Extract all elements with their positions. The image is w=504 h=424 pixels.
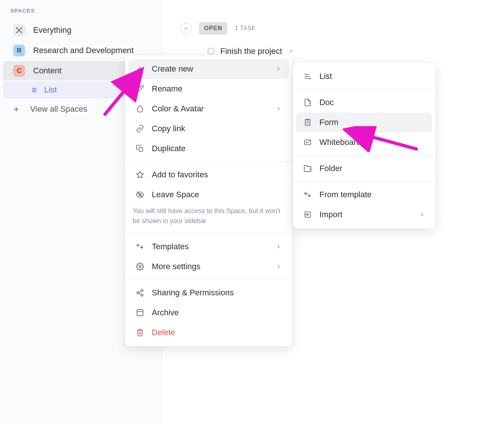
import-icon (303, 210, 312, 219)
chevron-right-icon (276, 264, 281, 270)
chevron-right-icon (276, 244, 281, 250)
menu-label: Whiteboard (319, 138, 425, 147)
svg-line-7 (17, 30, 19, 32)
copy-icon (136, 144, 144, 153)
menu-item-rename[interactable]: Rename (128, 79, 289, 99)
menu-item-create-new[interactable]: Create new (128, 59, 289, 79)
chevron-right-icon (276, 106, 281, 112)
menu-item-more-settings[interactable]: More settings (128, 257, 289, 277)
svg-line-6 (19, 28, 21, 30)
menu-divider (293, 181, 435, 182)
svg-rect-16 (139, 147, 143, 151)
menu-label: Delete (152, 328, 281, 337)
svg-rect-26 (137, 310, 143, 316)
sidebar-item-label: Everything (33, 25, 71, 35)
droplet-icon (136, 104, 144, 113)
menu-label: Templates (152, 242, 268, 251)
svg-point-20 (139, 265, 141, 268)
sparkle-icon (303, 190, 312, 199)
menu-item-leave-space[interactable]: Leave Space (128, 185, 289, 205)
task-checkbox[interactable] (208, 48, 214, 55)
menu-item-duplicate[interactable]: Duplicate (128, 139, 289, 159)
whiteboard-icon (303, 138, 312, 147)
list-icon (31, 87, 38, 93)
plus-icon (136, 65, 144, 73)
submenu-item-list[interactable]: List (296, 66, 432, 86)
task-menu-icon[interactable] (288, 48, 295, 55)
svg-line-25 (139, 291, 141, 292)
submenu-item-from-template[interactable]: From template (296, 185, 432, 205)
menu-label: From template (319, 190, 425, 199)
menu-label: List (319, 72, 425, 81)
chevron-right-icon (419, 212, 425, 218)
menu-item-favorites[interactable]: Add to favorites (128, 165, 289, 185)
sidebar-item-label: Content (33, 66, 62, 76)
menu-label: Duplicate (152, 144, 281, 153)
folder-plus-icon (303, 164, 312, 173)
sidebar-item-label: Research and Development (33, 46, 134, 55)
gear-icon (136, 262, 144, 271)
eye-off-icon (136, 190, 144, 199)
menu-label: Leave Space (152, 190, 281, 199)
menu-label: Copy link (152, 124, 281, 133)
menu-label: Create new (152, 64, 268, 74)
submenu-create-new: List Doc Form Whiteboard Folder From tem… (293, 63, 435, 228)
star-icon (136, 170, 144, 179)
menu-note: You will still have access to this Space… (125, 205, 292, 230)
menu-divider (293, 155, 435, 156)
sidebar-header: SPACES (0, 4, 162, 20)
menu-item-color-avatar[interactable]: Color & Avatar (128, 99, 289, 119)
menu-label: Import (319, 210, 412, 219)
archive-icon (136, 308, 144, 317)
menu-label: Rename (152, 84, 281, 94)
menu-item-sharing[interactable]: Sharing & Permissions (128, 283, 289, 303)
pencil-icon (136, 84, 144, 93)
space-initial-icon: C (13, 65, 25, 77)
svg-point-22 (137, 292, 139, 294)
menu-label: Archive (152, 308, 281, 317)
svg-line-24 (139, 293, 141, 295)
svg-point-23 (141, 294, 143, 296)
submenu-item-form[interactable]: Form (296, 112, 432, 132)
menu-label: Form (319, 118, 425, 127)
submenu-item-import[interactable]: Import (296, 205, 432, 225)
trash-icon (136, 328, 144, 337)
svg-line-8 (19, 30, 21, 32)
menu-label: Doc (319, 98, 425, 107)
svg-marker-17 (137, 171, 143, 178)
sparkle-icon (136, 242, 144, 251)
list-plus-icon (303, 72, 312, 81)
main-header: OPEN 1 TASK (181, 22, 486, 35)
plus-icon: + (10, 104, 22, 114)
task-count: 1 TASK (235, 25, 256, 32)
menu-divider (125, 233, 292, 234)
menu-item-copy-link[interactable]: Copy link (128, 119, 289, 139)
collapse-button[interactable] (181, 23, 192, 34)
submenu-item-doc[interactable]: Doc (296, 93, 432, 112)
submenu-item-folder[interactable]: Folder (296, 159, 432, 178)
submenu-item-whiteboard[interactable]: Whiteboard (296, 132, 432, 152)
menu-label: More settings (152, 262, 268, 271)
svg-point-21 (141, 289, 143, 292)
menu-divider (125, 279, 292, 280)
context-menu: Create new Rename Color & Avatar Copy li… (125, 55, 292, 346)
doc-icon (303, 98, 312, 107)
menu-divider (293, 89, 435, 90)
chevron-right-icon (276, 66, 281, 72)
form-icon (303, 118, 312, 127)
sidebar-item-everything[interactable]: Everything (3, 21, 159, 40)
space-initial-icon: R (13, 45, 25, 56)
menu-item-templates[interactable]: Templates (128, 237, 289, 257)
menu-item-delete[interactable]: Delete (128, 323, 289, 343)
task-title: Finish the project (220, 46, 282, 56)
sidebar-subitem-label: List (44, 85, 57, 95)
menu-item-archive[interactable]: Archive (128, 303, 289, 323)
menu-label: Folder (319, 164, 425, 173)
menu-label: Color & Avatar (152, 104, 268, 114)
menu-label: Sharing & Permissions (152, 288, 281, 298)
status-badge[interactable]: OPEN (199, 22, 227, 35)
menu-label: Add to favorites (152, 170, 281, 180)
network-icon (13, 24, 25, 36)
sidebar-view-all-label: View all Spaces (30, 104, 87, 114)
link-icon (136, 124, 144, 133)
